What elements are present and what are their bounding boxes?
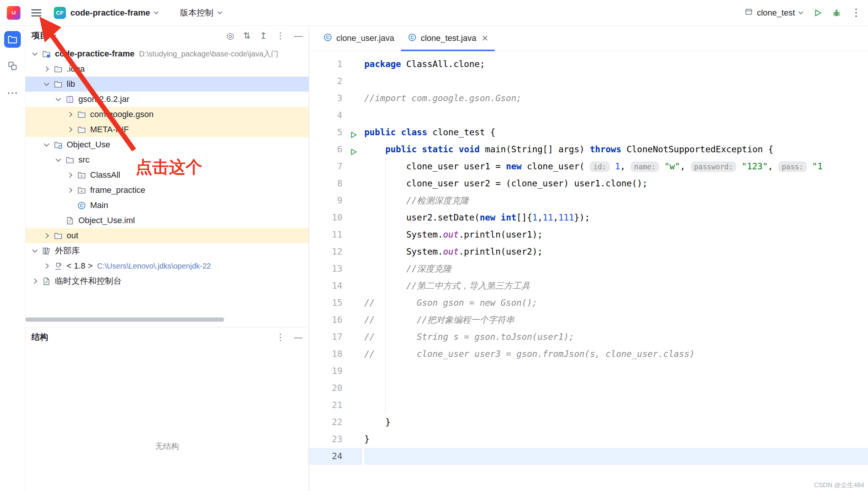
code-line-15[interactable]: // Gson gson = new Gson(); [364, 294, 868, 311]
expand-all-icon[interactable]: ⇅ [243, 31, 250, 40]
more-icon[interactable]: ⋯ [4, 84, 21, 101]
hide-icon[interactable]: — [294, 333, 303, 342]
left-panels: 项目 ◎⇅↥⋮— code-practice-frameD:\studying_… [25, 26, 309, 491]
chevron-right-icon[interactable] [66, 186, 74, 194]
project-panel-actions: ◎⇅↥⋮— [226, 31, 303, 40]
code-line-7[interactable]: clone_user user1 = new clone_user( id: 1… [364, 158, 868, 175]
java-class-icon: C [323, 33, 332, 44]
tree-item-1-8[interactable]: < 1.8 >C:\Users\Lenovo\.jdks\openjdk-22 [25, 258, 309, 274]
code-line-14[interactable]: //第二中方式，导入第三方工具 [364, 277, 868, 294]
run-icon[interactable] [813, 8, 822, 17]
collapse-all-icon[interactable]: ↥ [260, 31, 267, 40]
chevron-right-icon[interactable] [66, 110, 74, 119]
chevron-down-icon[interactable] [31, 247, 39, 255]
project-tree: code-practice-frameD:\studying_package\b… [25, 45, 309, 327]
tree-item-object-use-iml[interactable]: Object_Use.iml [25, 213, 309, 228]
run-config-selector[interactable]: clone_test [745, 8, 802, 18]
horizontal-scrollbar[interactable] [25, 317, 224, 322]
tab-clone-user-java[interactable]: Cclone_user.java [317, 26, 401, 51]
tree-item-gson-2-6-2-jar[interactable]: gson-2.6.2.jar [25, 92, 309, 107]
tree-item-main[interactable]: CMain [25, 198, 309, 213]
vcs-label: 版本控制 [180, 7, 213, 19]
tree-item-node-15[interactable]: 临时文件和控制台 [25, 274, 309, 289]
more-icon[interactable]: ⋮ [276, 333, 285, 342]
more-icon[interactable]: ⋮ [276, 31, 285, 40]
code-line-24[interactable] [364, 448, 868, 465]
code-line-17[interactable]: // String s = gson.toJson(user1); [364, 328, 868, 346]
code-line-2[interactable] [364, 73, 868, 90]
tree-item-frame-practice[interactable]: frame_practice [25, 183, 309, 198]
close-tab-icon[interactable]: × [482, 33, 488, 44]
code-line-21[interactable] [364, 397, 868, 414]
code-line-10[interactable]: user2.setDate(new int[]{1,11,111}); [364, 209, 868, 226]
code-line-16[interactable]: // //把对象编程一个字符串 [364, 311, 868, 328]
chevron-right-icon[interactable] [42, 231, 51, 240]
code-line-22[interactable]: } [364, 414, 868, 431]
line-number-12: 12 [309, 243, 362, 260]
code-content[interactable]: package ClassAll.clone;//import com.goog… [362, 56, 868, 491]
tree-item-meta-inf[interactable]: META-INF [25, 122, 309, 137]
chevron-down-icon[interactable] [54, 156, 62, 164]
code-line-4[interactable] [364, 107, 868, 124]
tree-item-com-google-gson[interactable]: com.google.gson [25, 107, 309, 122]
chevron-down-icon[interactable] [31, 50, 39, 58]
run-line-icon[interactable] [348, 128, 358, 137]
locate-icon[interactable]: ◎ [226, 31, 234, 40]
code-line-3[interactable]: //import com.google.gson.Gson; [364, 90, 868, 107]
tree-item-label: Main [90, 200, 108, 210]
hide-icon[interactable]: — [294, 31, 303, 40]
code-line-1[interactable]: package ClassAll.clone; [364, 56, 868, 73]
project-selector[interactable]: CF code-practice-frame [54, 7, 158, 19]
tab-label: clone_test.java [421, 33, 476, 43]
library-icon [41, 247, 52, 255]
debug-icon[interactable] [832, 8, 841, 17]
chevron-down-icon[interactable] [52, 33, 56, 37]
line-number-10: 10 [309, 209, 362, 226]
code-line-18[interactable]: // clone_user user3 = gson.fromJson(s, c… [364, 346, 868, 363]
code-line-8[interactable]: clone_user user2 = (clone_user) user1.cl… [364, 175, 868, 192]
code-line-12[interactable]: System.out.println(user2); [364, 243, 868, 260]
tree-item-object-use[interactable]: Object_Use [25, 137, 309, 152]
project-badge: CF [54, 7, 66, 19]
chevron-right-icon[interactable] [42, 65, 51, 73]
chevron-right-icon[interactable] [42, 262, 51, 270]
code-line-19[interactable] [364, 363, 868, 380]
intellij-logo-icon[interactable]: IJ [7, 6, 20, 20]
code-line-6[interactable]: public static void main(String[] args) t… [364, 141, 868, 158]
vcs-widget[interactable]: 版本控制 [180, 7, 222, 19]
chevron-right-icon[interactable] [31, 277, 39, 285]
line-number-9: 9 [309, 192, 362, 209]
line-number-20: 20 [309, 380, 362, 397]
code-line-9[interactable]: //检测深度克隆 [364, 192, 868, 209]
code-line-20[interactable] [364, 380, 868, 397]
code-line-5[interactable]: public class clone_test { [364, 124, 868, 141]
chevron-right-icon[interactable] [66, 125, 74, 134]
tree-item-idea[interactable]: .idea [25, 61, 309, 77]
chevron-right-icon[interactable] [66, 171, 74, 179]
code-line-23[interactable]: } [364, 431, 868, 448]
chevron-down-icon[interactable] [42, 141, 51, 149]
chevron-down-icon[interactable] [54, 95, 62, 103]
tree-item-src[interactable]: src [25, 152, 309, 167]
run-line-icon[interactable] [348, 145, 358, 154]
package-icon [76, 186, 87, 195]
code-line-13[interactable]: //深度克隆 [364, 260, 868, 277]
line-number-22: 22 [309, 414, 362, 431]
tab-clone-test-java[interactable]: Cclone_test.java× [401, 26, 495, 51]
tree-item-classall[interactable]: ClassAll [25, 167, 309, 183]
tool-windows-icon[interactable] [4, 58, 21, 74]
project-folder-icon[interactable] [4, 31, 21, 48]
jar-icon [64, 95, 75, 104]
tree-item-out[interactable]: out [25, 228, 309, 243]
chevron-down-icon[interactable] [42, 80, 51, 88]
code-line-11[interactable]: System.out.println(user1); [364, 226, 868, 243]
tree-item-node-13[interactable]: 外部库 [25, 243, 309, 258]
folder-icon [76, 110, 87, 119]
tree-item-label: META-INF [90, 125, 129, 134]
line-number-18: 18 [309, 346, 362, 363]
tree-item-lib[interactable]: lib [25, 77, 309, 92]
tree-item-code-practice-frame[interactable]: code-practice-frameD:\studying_package\b… [25, 46, 309, 61]
hamburger-menu-icon[interactable] [31, 9, 42, 17]
tree-item-label: < 1.8 > [67, 261, 93, 271]
more-icon[interactable]: ⋮ [851, 8, 861, 18]
